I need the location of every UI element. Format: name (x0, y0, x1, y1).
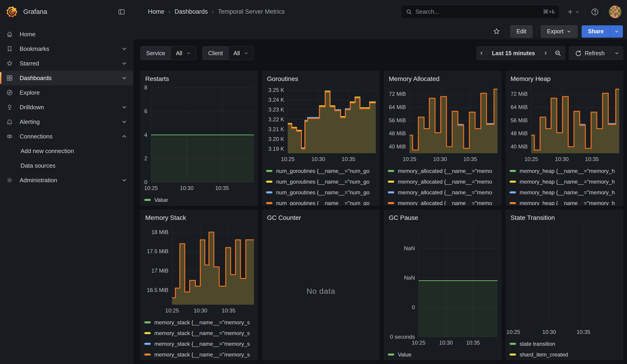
sidebar-item-dashboards[interactable]: Dashboards (0, 71, 133, 85)
legend-item[interactable]: memory_heap {__name__="memory_h (510, 176, 621, 187)
panel-title[interactable]: State Transition (506, 210, 623, 222)
chart-area[interactable]: 72 MiB64 MiB56 MiB48 MiB40 MiB10:2510:30… (506, 84, 623, 164)
sidebar-item-data-sources[interactable]: Data sources (0, 158, 133, 173)
chart-area[interactable]: 0 seconds0NaNNaN10:2510:3010:35 (384, 222, 501, 347)
dashboard-canvas: Service All Client All Last 15 minutes (133, 39, 627, 364)
sidebar-item-label: Home (20, 31, 35, 38)
star-icon[interactable] (491, 26, 502, 37)
chart-area: No data (262, 222, 379, 360)
panel-title[interactable]: GC Pause (384, 210, 501, 222)
legend-item[interactable]: state transition (510, 338, 621, 349)
share-options-button[interactable] (610, 25, 623, 38)
filter-client[interactable]: Client All (203, 46, 254, 60)
panel-left-icon[interactable] (116, 6, 127, 18)
chevron-down-icon[interactable] (121, 177, 128, 184)
legend-item[interactable]: memory_allocated {__name__="memo (388, 187, 499, 198)
user-avatar[interactable] (609, 5, 622, 18)
chevron-down-icon[interactable] (121, 75, 128, 81)
time-shift-forward-button[interactable] (540, 46, 551, 60)
chevron-right-icon (543, 51, 548, 56)
sidebar-item-alerting[interactable]: Alerting (0, 114, 133, 129)
divider (536, 27, 537, 36)
svg-text:64 MiB: 64 MiB (389, 104, 406, 110)
sidebar-item-home[interactable]: Home (0, 27, 133, 42)
chevron-down-icon[interactable] (121, 45, 128, 52)
legend-item[interactable]: shard_item_created (510, 349, 621, 360)
legend-item[interactable]: num_goroutines {__name__="num_go (266, 198, 377, 206)
panel-title[interactable]: Goroutines (262, 71, 379, 84)
legend-item[interactable]: memory_allocated {__name__="memo (388, 198, 499, 206)
chevron-down-icon (566, 29, 571, 34)
chart-area[interactable]: 10:2510:3010:35 (506, 222, 623, 337)
panel-memory-heap: Memory Heap 72 MiB64 MiB56 MiB48 MiB40 M… (506, 71, 623, 206)
edit-button[interactable]: Edit (510, 25, 532, 38)
panel-title[interactable]: Restarts (141, 71, 258, 84)
chevron-down-icon[interactable] (121, 104, 128, 111)
share-button[interactable]: Share (582, 25, 610, 38)
chevron-down-icon[interactable] (121, 60, 128, 67)
panel-title[interactable]: Memory Heap (506, 71, 623, 84)
search-input-wrap[interactable]: ⌘+k (401, 5, 560, 19)
sidebar-item-add-new-connection[interactable]: Add new connection (0, 144, 133, 158)
bell-icon (6, 118, 13, 125)
legend-item[interactable]: num_goroutines {__name__="num_go (266, 187, 377, 198)
refresh-interval-button[interactable] (610, 46, 623, 60)
legend-series-label: memory_heap {__name__="memory_h (520, 200, 615, 206)
chevron-up-icon[interactable] (121, 133, 128, 140)
legend: state transitionshard_item_created (506, 337, 623, 360)
help-icon[interactable] (589, 6, 600, 17)
export-button[interactable]: Export (541, 25, 577, 38)
breadcrumb-dashboards[interactable]: Dashboards (175, 8, 208, 15)
legend-item[interactable]: memory_stack {__name__="memory_s (144, 349, 255, 360)
legend-item[interactable]: Value (144, 195, 255, 205)
sidebar-item-drilldown[interactable]: Drilldown (0, 100, 133, 114)
add-button[interactable] (566, 7, 581, 17)
time-shift-back-button[interactable] (476, 46, 487, 60)
panel-title[interactable]: Memory Stack (141, 210, 258, 222)
sidebar-item-connections[interactable]: Connections (0, 129, 133, 144)
chart-area[interactable]: 72 MiB64 MiB56 MiB48 MiB40 MiB10:2510:30… (384, 84, 501, 164)
zoom-out-icon[interactable] (551, 46, 565, 60)
panel-title[interactable]: Memory Allocated (384, 71, 501, 84)
legend-item[interactable]: memory_stack {__name__="memory_s (144, 328, 255, 338)
panel-title[interactable]: GC Counter (262, 210, 379, 222)
chart-area[interactable]: 0246810:2510:3010:35 (141, 84, 258, 193)
svg-text:2: 2 (144, 155, 147, 161)
gear-icon (6, 177, 13, 184)
svg-text:4: 4 (144, 132, 147, 138)
sidebar-item-label: Dashboards (20, 75, 52, 82)
legend-series-label: state transition (520, 341, 555, 347)
sidebar-item-explore[interactable]: Explore (0, 85, 133, 100)
chart-area[interactable]: 18 MiB17.5 MiB17 MiB16.5 MiB10:2510:3010… (141, 222, 258, 315)
panel-memory-stack: Memory Stack 18 MiB17.5 MiB17 MiB16.5 Mi… (140, 210, 258, 360)
sidebar-item-bookmarks[interactable]: Bookmarks (0, 42, 133, 56)
legend-series-label: memory_allocated {__name__="memo (398, 200, 492, 206)
legend-item[interactable]: num_goroutines {__name__="num_go (266, 166, 377, 176)
sidebar-item-starred[interactable]: Starred (0, 56, 133, 71)
legend-item[interactable]: memory_heap {__name__="memory_h (510, 187, 621, 198)
sidebar-item-administration[interactable]: Administration (0, 173, 133, 188)
legend-item[interactable]: Value (388, 349, 499, 360)
legend-item[interactable]: memory_stack {__name__="memory_s (144, 317, 255, 328)
legend-series-color (388, 181, 394, 183)
legend-item[interactable]: memory_heap {__name__="memory_h (510, 166, 621, 176)
legend-item[interactable]: num_goroutines {__name__="num_go (266, 176, 377, 187)
legend-item[interactable]: memory_allocated {__name__="memo (388, 176, 499, 187)
legend-series-label: memory_stack {__name__="memory_s (154, 319, 250, 326)
chevron-down-icon[interactable] (121, 118, 128, 125)
svg-text:10:30: 10:30 (312, 156, 325, 162)
refresh-button[interactable]: Refresh (569, 46, 610, 60)
svg-text:10:35: 10:35 (576, 329, 590, 335)
breadcrumb-home[interactable]: Home (148, 8, 164, 15)
legend: num_goroutines {__name__="num_gonum_goro… (262, 164, 379, 206)
filter-service[interactable]: Service All (140, 46, 196, 60)
search-icon (406, 9, 412, 15)
chart-area[interactable]: 3.25 K3.24 K3.23 K3.22 K3.21 K3.20 K3.19… (262, 84, 379, 164)
panel-goroutines: Goroutines 3.25 K3.24 K3.23 K3.22 K3.21 … (262, 71, 380, 206)
legend-item[interactable]: memory_allocated {__name__="memo (388, 166, 499, 176)
search-input[interactable] (416, 8, 540, 15)
legend-item[interactable]: memory_heap {__name__="memory_h (510, 198, 621, 206)
time-range-picker[interactable]: Last 15 minutes (487, 46, 540, 60)
share-button-group: Share (582, 25, 623, 38)
legend-item[interactable]: memory_stack {__name__="memory_s (144, 338, 255, 349)
